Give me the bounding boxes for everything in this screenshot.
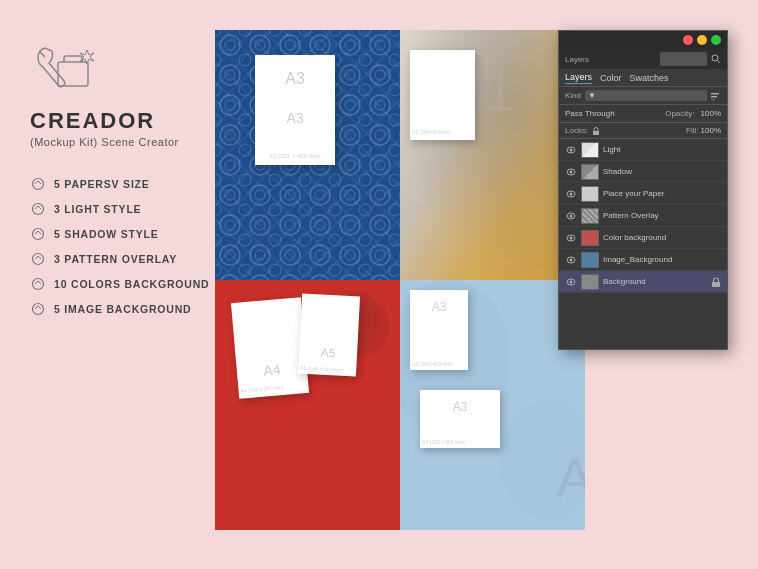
ps-minimize-btn[interactable] <box>697 35 707 45</box>
layer-thumb-shadow <box>581 164 599 180</box>
ps-close-btn[interactable] <box>683 35 693 45</box>
pattern-icon <box>30 251 46 267</box>
logo-subtitle: (Mockup Kit) Scene Creator <box>30 136 179 148</box>
layer-lock-icon <box>711 277 721 287</box>
mockup-area: A3 A3 A3 (297 × 420 mm) A1 A1 (594×841mm… <box>215 30 585 530</box>
svg-point-31 <box>570 236 573 239</box>
papers-icon <box>30 176 46 192</box>
feature-image: 5 IMAGE BACKGROUND <box>30 301 220 317</box>
paper-a4: A4 A4 (210 × 297 mm) <box>231 297 309 399</box>
paper-a3-blue-1: A3 A3 (297×420 mm) <box>410 290 468 370</box>
cell-bottom-left: A4 A4 (210 × 297 mm) A5 A5 (148 × 210 mm… <box>215 280 400 530</box>
layer-light[interactable]: Light <box>559 139 727 161</box>
svg-point-5 <box>33 279 44 290</box>
tab-layers[interactable]: Layers <box>565 72 592 84</box>
layer-thumb-light <box>581 142 599 158</box>
svg-point-35 <box>570 280 573 283</box>
svg-point-25 <box>570 170 573 173</box>
svg-point-27 <box>570 192 573 195</box>
svg-point-2 <box>33 204 44 215</box>
svg-line-17 <box>718 61 721 64</box>
layer-name-light: Light <box>603 145 721 154</box>
layer-eye-pattern[interactable] <box>565 210 577 222</box>
layers-label: Layers <box>565 55 605 64</box>
ps-filter-row: Kind ▼ <box>559 87 727 105</box>
ps-titlebar <box>559 31 727 49</box>
svg-point-16 <box>712 55 718 61</box>
opacity-label: Opacity: <box>665 109 694 118</box>
feature-papers: 5 PAPERSV SIZE <box>30 176 220 192</box>
filter-icons <box>711 92 721 100</box>
image-icon <box>30 301 46 317</box>
colors-icon <box>30 276 46 292</box>
layer-name-color-bg: Color background <box>603 233 721 242</box>
svg-point-6 <box>33 304 44 315</box>
layer-thumb-image-bg <box>581 252 599 268</box>
layer-eye-light[interactable] <box>565 144 577 156</box>
light-icon <box>30 201 46 217</box>
pass-through-label: Pass Through <box>565 109 661 118</box>
opacity-value: 100% <box>701 109 721 118</box>
ps-lock-row: Locks: Fill: 100% <box>559 123 727 139</box>
layer-background[interactable]: Background <box>559 271 727 293</box>
svg-rect-36 <box>712 282 720 287</box>
svg-point-4 <box>33 254 44 265</box>
feature-pattern: 3 PATTERN OVERLAY <box>30 251 220 267</box>
search-icon <box>711 54 721 64</box>
feature-light: 3 LIGHT STYLE <box>30 201 220 217</box>
svg-point-23 <box>570 148 573 151</box>
layer-eye-background[interactable] <box>565 276 577 288</box>
cell-top-left: A3 A3 A3 (297 × 420 mm) <box>215 30 400 280</box>
tab-color[interactable]: Color <box>600 73 622 83</box>
svg-point-1 <box>33 179 44 190</box>
ps-search-input[interactable] <box>660 52 707 66</box>
paper-a3-blue-2: A3 A3 (420 × 594 mm) <box>420 390 500 448</box>
layer-paper[interactable]: Place your Paper <box>559 183 727 205</box>
layer-image-bg[interactable]: Image_Background <box>559 249 727 271</box>
tab-swatches[interactable]: Swatches <box>630 73 669 83</box>
logo-title: CREADOR <box>30 108 155 134</box>
layer-name-background: Background <box>603 277 707 286</box>
svg-point-29 <box>570 214 573 217</box>
layer-color-bg[interactable]: Color background <box>559 227 727 249</box>
layer-name-shadow: Shadow <box>603 167 721 176</box>
paper-a5: A5 A5 (148 × 210 mm) <box>298 294 360 377</box>
ps-panel: Layers Layers Color Swatches Kind ▼ Pass… <box>558 30 728 350</box>
svg-point-3 <box>33 229 44 240</box>
layer-name-pattern: Pattern Overlay <box>603 211 721 220</box>
layer-thumb-pattern <box>581 208 599 224</box>
svg-point-33 <box>570 258 573 261</box>
features-list: 5 PAPERSV SIZE 3 LIGHT STYLE 5 SHADOW ST… <box>30 176 220 317</box>
layer-name-paper: Place your Paper <box>603 189 721 198</box>
layer-thumb-color-bg <box>581 230 599 246</box>
logo-icon <box>30 40 100 100</box>
left-panel: CREADOR (Mockup Kit) Scene Creator 5 PAP… <box>30 40 220 326</box>
ps-search-bar: Layers <box>559 49 727 69</box>
feature-colors: 10 COLORS BACKGROUND <box>30 276 220 292</box>
layer-eye-color-bg[interactable] <box>565 232 577 244</box>
svg-rect-20 <box>711 99 715 100</box>
paper-a1-sm: A1 (594×841mm) <box>410 50 475 140</box>
layer-name-image-bg: Image_Background <box>603 255 721 264</box>
layer-eye-paper[interactable] <box>565 188 577 200</box>
a-label-big: A <box>556 446 585 510</box>
logo-area: CREADOR (Mockup Kit) Scene Creator <box>30 40 220 148</box>
svg-rect-19 <box>711 96 717 98</box>
svg-rect-0 <box>58 62 88 86</box>
shadow-icon <box>30 226 46 242</box>
ps-tabs: Layers Color Swatches <box>559 69 727 87</box>
fill-value: 100% <box>701 126 721 135</box>
paper-a3-top: A3 A3 A3 (297 × 420 mm) <box>255 55 335 165</box>
layer-eye-image-bg[interactable] <box>565 254 577 266</box>
filter-dropdown[interactable]: ▼ <box>585 90 707 101</box>
layer-thumb-paper <box>581 186 599 202</box>
layer-shadow[interactable]: Shadow <box>559 161 727 183</box>
svg-rect-18 <box>711 93 719 95</box>
feature-shadow: 5 SHADOW STYLE <box>30 226 220 242</box>
ps-maximize-btn[interactable] <box>711 35 721 45</box>
mockup-grid: A3 A3 A3 (297 × 420 mm) A1 A1 (594×841mm… <box>215 30 585 530</box>
svg-rect-21 <box>593 131 599 135</box>
filter-kind-label: Kind <box>565 91 581 100</box>
layer-eye-shadow[interactable] <box>565 166 577 178</box>
layer-pattern[interactable]: Pattern Overlay <box>559 205 727 227</box>
